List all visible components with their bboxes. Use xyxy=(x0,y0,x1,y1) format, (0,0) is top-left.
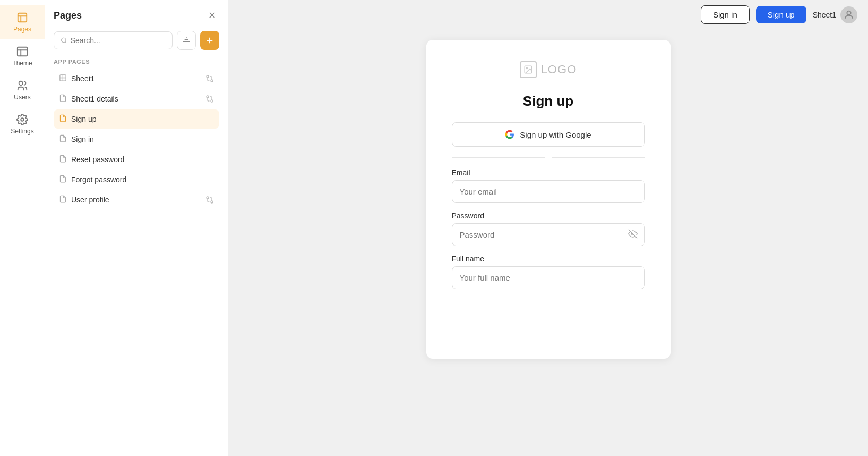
logo-area: LOGO xyxy=(452,61,645,78)
svg-rect-0 xyxy=(18,13,27,22)
form-title: Sign up xyxy=(452,93,645,109)
sign-up-button[interactable]: Sign up xyxy=(756,6,806,23)
sidebar-item-pages-label: Pages xyxy=(13,26,31,33)
divider-right xyxy=(552,157,645,158)
plus-icon xyxy=(205,36,214,45)
page-label-sheet1: Sheet1 xyxy=(71,74,201,83)
sign-in-button[interactable]: Sign in xyxy=(701,5,750,24)
avatar xyxy=(840,6,857,23)
page-label-forgot-password: Forgot password xyxy=(71,175,214,184)
svg-point-9 xyxy=(207,96,209,98)
sidebar-item-settings-label: Settings xyxy=(11,128,33,135)
signup-card: LOGO Sign up Sign up with Google xyxy=(426,40,671,359)
pages-close-button[interactable]: ✕ xyxy=(205,9,219,22)
page-icon-sheet1-details xyxy=(59,94,67,104)
page-item-reset-password[interactable]: Reset password xyxy=(54,150,219,169)
page-label-user-profile: User profile xyxy=(71,196,201,204)
user-info: Sheet1 xyxy=(813,6,857,23)
app-pages-label: APP PAGES xyxy=(54,58,219,65)
svg-point-11 xyxy=(207,197,209,199)
fullname-group: Full name xyxy=(452,255,645,289)
add-page-button[interactable] xyxy=(200,31,219,50)
svg-point-6 xyxy=(211,80,213,82)
svg-point-4 xyxy=(62,38,66,42)
sidebar-item-pages[interactable]: Pages xyxy=(0,5,45,39)
page-action-sheet1[interactable] xyxy=(205,74,214,83)
page-icon-forgot-password xyxy=(59,175,67,184)
svg-point-14 xyxy=(526,67,527,69)
fullname-label: Full name xyxy=(452,255,645,263)
page-label-signup: Sign up xyxy=(71,115,214,123)
image-icon xyxy=(523,65,533,74)
svg-point-3 xyxy=(21,118,24,121)
sidebar-item-theme[interactable]: Theme xyxy=(0,39,45,73)
divider-left xyxy=(452,157,545,158)
page-icon-signin xyxy=(59,134,67,144)
logo-icon xyxy=(520,61,537,78)
page-item-user-profile[interactable]: User profile xyxy=(54,190,219,209)
svg-point-10 xyxy=(211,201,213,203)
page-icon-user-profile xyxy=(59,195,67,205)
page-label-signin: Sign in xyxy=(71,135,214,143)
page-icon-sheet1 xyxy=(59,74,67,83)
sidebar-item-users-label: Users xyxy=(14,94,30,101)
icon-sidebar: Pages Theme Users Settings xyxy=(0,0,45,456)
google-signup-button[interactable]: Sign up with Google xyxy=(452,122,645,147)
sidebar-item-users[interactable]: Users xyxy=(0,73,45,107)
svg-point-8 xyxy=(211,100,213,102)
svg-point-12 xyxy=(847,11,850,14)
divider xyxy=(452,157,645,158)
page-item-sheet1[interactable]: Sheet1 xyxy=(54,69,219,88)
top-bar: Sign in Sign up Sheet1 xyxy=(228,0,868,29)
password-group: Password xyxy=(452,212,645,246)
main-area: Sign in Sign up Sheet1 LOGO S xyxy=(228,0,868,456)
svg-rect-1 xyxy=(18,47,27,56)
pages-panel: Pages ✕ APP PAGES Sheet1 xyxy=(45,0,228,456)
page-label-sheet1-details: Sheet1 details xyxy=(71,95,201,103)
page-icon-reset-password xyxy=(59,155,67,164)
page-item-signup[interactable]: Sign up xyxy=(54,109,219,129)
svg-rect-5 xyxy=(60,75,66,81)
pages-panel-header: Pages ✕ xyxy=(54,9,219,22)
sidebar-item-settings[interactable]: Settings xyxy=(0,107,45,141)
pages-search-row xyxy=(54,31,219,50)
email-label: Email xyxy=(452,168,645,177)
pages-panel-title: Pages xyxy=(54,10,82,21)
page-list: Sheet1 Sheet1 details Sign up xyxy=(54,69,219,209)
svg-point-2 xyxy=(19,81,23,85)
logo-text: LOGO xyxy=(541,63,577,77)
user-name: Sheet1 xyxy=(813,11,836,19)
page-item-signin[interactable]: Sign in xyxy=(54,130,219,149)
sort-button[interactable] xyxy=(177,31,196,50)
page-item-forgot-password[interactable]: Forgot password xyxy=(54,170,219,189)
password-input[interactable] xyxy=(452,223,645,246)
sort-icon xyxy=(182,36,191,45)
svg-point-7 xyxy=(207,75,209,78)
search-input[interactable] xyxy=(71,36,166,45)
pages-search-box[interactable] xyxy=(54,31,173,49)
email-input[interactable] xyxy=(452,180,645,203)
page-action-user-profile[interactable] xyxy=(205,196,214,204)
page-label-reset-password: Reset password xyxy=(71,155,214,164)
page-icon-signup xyxy=(59,114,67,124)
search-icon xyxy=(61,37,67,44)
canvas-area: LOGO Sign up Sign up with Google xyxy=(228,29,868,456)
sidebar-item-theme-label: Theme xyxy=(12,60,32,67)
password-wrapper xyxy=(452,223,645,246)
password-label: Password xyxy=(452,212,645,220)
avatar-icon xyxy=(843,9,855,21)
page-action-sheet1-details[interactable] xyxy=(205,95,214,103)
toggle-password-icon[interactable] xyxy=(628,229,638,241)
page-item-sheet1-details[interactable]: Sheet1 details xyxy=(54,89,219,108)
fullname-input[interactable] xyxy=(452,266,645,289)
email-group: Email xyxy=(452,168,645,203)
google-button-label: Sign up with Google xyxy=(520,130,591,139)
google-icon xyxy=(505,130,514,139)
